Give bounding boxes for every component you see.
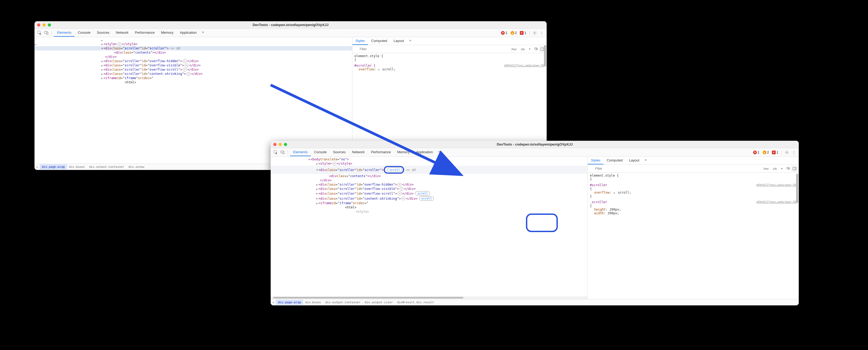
dom-line-close-div[interactable]: </div>: [34, 55, 352, 59]
ellipsis-pill-icon[interactable]: ⋯: [118, 42, 122, 46]
dom-line-body[interactable]: ▼ <body translate="no">: [271, 157, 588, 162]
new-style-plus-icon[interactable]: +: [527, 47, 532, 52]
more-side-tabs-icon[interactable]: »: [407, 37, 413, 45]
dom-line-style-inner[interactable]: <style>: [271, 209, 588, 214]
dom-line-scroller-selected[interactable]: ▼ <div class="scroller" id="scroller"> s…: [271, 166, 588, 174]
css-rule-scroller-id[interactable]: gOVpXJJ?ano…ue&view=:50 #scroller { over…: [590, 183, 797, 198]
ellipsis-pill-icon[interactable]: ⋯: [333, 162, 337, 166]
horizontal-scrollbar-thumb[interactable]: [273, 297, 463, 298]
dom-line-overflow-scroll[interactable]: ▶ <div class="scroller" id="overflow-scr…: [271, 191, 588, 196]
css-source-link[interactable]: gOVpXJJ?ano…ue&view=:50: [756, 183, 797, 187]
tab-application[interactable]: Application: [413, 148, 436, 156]
tab-performance[interactable]: Performance: [368, 148, 394, 156]
issues-badge[interactable]: ✕1: [520, 31, 526, 35]
ellipsis-pill-icon[interactable]: ⋯: [398, 192, 402, 195]
side-tab-computed[interactable]: Computed: [368, 37, 390, 45]
side-tab-styles[interactable]: Styles: [588, 157, 603, 164]
styles-rules-list[interactable]: element.style { } gOVpXJJ?noc…ue&view=:5…: [352, 53, 547, 75]
dom-line-overflow-hidden[interactable]: ▶ <div class="scroller" id="overflow-hid…: [34, 59, 352, 63]
ellipsis-pill-icon[interactable]: ⋯: [398, 183, 402, 186]
css-rule-scroller[interactable]: gOVpXJJ?noc…ue&view=:50 #scroller { over…: [354, 64, 545, 71]
side-tab-styles[interactable]: Styles: [352, 37, 368, 45]
errors-badge[interactable]: ✕1: [501, 31, 507, 35]
dom-line-style[interactable]: ▶ <style> ⋯ </style>: [271, 162, 588, 166]
css-source-link[interactable]: gOVpXJJ?ano…ue&view=:41: [756, 200, 797, 204]
device-toggle-icon[interactable]: [280, 149, 285, 155]
dom-line-html-inner[interactable]: <html>: [271, 205, 588, 209]
dom-line-scroller-selected[interactable]: ▼ <div class="scroller" id="scroller"> =…: [34, 46, 352, 51]
dom-line-contents[interactable]: <div class="contents"></div>: [271, 174, 588, 178]
breadcrumb-bar[interactable]: « div.page-wrap div.boxes div.output-con…: [271, 299, 799, 305]
ellipsis-pill-icon[interactable]: ⋯: [185, 64, 189, 67]
tab-console[interactable]: Console: [74, 29, 94, 37]
breadcrumb-item[interactable]: div.output-sizer: [363, 300, 395, 305]
dom-line-content-shrinking[interactable]: ▶ <div class="scroller" id="content-shri…: [34, 72, 352, 76]
tab-network[interactable]: Network: [349, 148, 368, 156]
settings-gear-icon[interactable]: [784, 149, 790, 155]
dom-line-close-div[interactable]: </div>: [271, 178, 588, 182]
vertical-scrollbar[interactable]: [796, 174, 798, 203]
vertical-scrollbar[interactable]: [544, 45, 546, 66]
styles-filter-input[interactable]: [589, 166, 636, 171]
breadcrumb-item[interactable]: div.page-wrap: [40, 164, 67, 169]
tab-network[interactable]: Network: [113, 29, 132, 37]
dom-line-contents[interactable]: <div class="contents"></div>: [34, 51, 352, 55]
hov-toggle[interactable]: :hov: [762, 166, 770, 171]
ellipsis-pill-icon[interactable]: ⋯: [402, 197, 405, 200]
warnings-badge[interactable]: ▲2: [510, 31, 517, 35]
breadcrumb-item[interactable]: div.outpu: [126, 164, 147, 169]
tab-sources[interactable]: Sources: [330, 148, 349, 156]
horizontal-scrollbar-track[interactable]: [271, 296, 588, 299]
titlebar[interactable]: DevTools - codepen.io/sofiayem/pen/gOVpX…: [271, 141, 799, 148]
dom-line-overflow-scroll[interactable]: ▶ <div class="scroller" id="overflow-scr…: [34, 67, 352, 72]
ellipsis-pill-icon[interactable]: ⋯: [187, 72, 190, 76]
hov-toggle[interactable]: :hov: [510, 47, 518, 52]
styles-filter-input[interactable]: [354, 47, 401, 52]
breadcrumb-item[interactable]: div.output-container: [87, 164, 126, 169]
side-tab-computed[interactable]: Computed: [603, 157, 626, 164]
paint-format-icon[interactable]: [785, 166, 791, 171]
dom-line-iframe[interactable]: ▶ <iframe id="iframe" srcdoc=": [271, 201, 588, 205]
scroll-badge[interactable]: scroll: [388, 168, 402, 172]
breadcrumb-item[interactable]: div.output-container: [323, 300, 363, 305]
side-tab-layout[interactable]: Layout: [390, 37, 407, 45]
dom-line-overflow-hidden[interactable]: ▶ <div class="scroller" id="overflow-hid…: [271, 182, 588, 187]
more-side-tabs-icon[interactable]: »: [643, 157, 649, 164]
inspect-element-icon[interactable]: [37, 30, 42, 36]
tab-sources[interactable]: Sources: [94, 29, 113, 37]
ellipsis-pill-icon[interactable]: ⋯: [183, 59, 187, 63]
paint-format-icon[interactable]: [533, 47, 539, 52]
ellipsis-pill-icon[interactable]: ⋯: [400, 187, 404, 191]
titlebar[interactable]: DevTools - codepen.io/sofiayem/pen/gOVpX…: [34, 21, 547, 29]
inspect-element-icon[interactable]: [273, 149, 279, 155]
errors-badge[interactable]: ✕1: [753, 151, 760, 154]
dom-line-truncated[interactable]: …: [34, 38, 352, 42]
ellipsis-pill-icon[interactable]: ⋯: [183, 68, 187, 71]
tab-performance[interactable]: Performance: [132, 29, 158, 37]
more-tabs-icon[interactable]: »: [200, 29, 206, 37]
dom-line-iframe[interactable]: ▶ <iframe id="iframe" srcdoc=": [34, 76, 352, 80]
tab-memory[interactable]: Memory: [158, 29, 177, 37]
dom-line-overflow-visible[interactable]: ▶ <div class="scroller" id="overflow-vis…: [271, 187, 588, 191]
tab-elements[interactable]: Elements: [290, 148, 311, 156]
breadcrumb-item[interactable]: div.page-wrap: [276, 300, 303, 305]
tab-console[interactable]: Console: [311, 148, 330, 156]
dom-line-html-inner[interactable]: <html>: [34, 80, 352, 84]
css-rule-scroller-class[interactable]: gOVpXJJ?ano…ue&view=:41 .scroller { heig…: [590, 200, 797, 215]
tab-application[interactable]: Application: [177, 29, 200, 37]
device-toggle-icon[interactable]: [43, 30, 49, 36]
more-actions-icon[interactable]: ⋮: [791, 149, 797, 155]
elements-tree-pane[interactable]: ▼ <body translate="no"> ▶ <style> ⋯ </st…: [271, 157, 588, 299]
scroll-badge[interactable]: scroll: [419, 196, 434, 201]
more-tabs-icon[interactable]: »: [436, 148, 442, 156]
dom-line-overflow-visible[interactable]: ▶ <div class="scroller" id="overflow-vis…: [34, 63, 352, 67]
css-rule-element-style[interactable]: element.style { }: [354, 54, 545, 62]
settings-gear-icon[interactable]: [532, 30, 538, 36]
scroll-badge[interactable]: scroll: [415, 191, 430, 196]
gutter-ellipsis-icon[interactable]: ⋯: [34, 42, 37, 47]
css-source-link[interactable]: gOVpXJJ?noc…ue&view=:50: [504, 64, 545, 67]
breadcrumb-chevron-left-icon[interactable]: «: [271, 301, 276, 304]
dom-line-content-shrinking[interactable]: ▶ <div class="scroller" id="content-shri…: [271, 196, 588, 201]
breadcrumb-item[interactable]: div#result_div.result: [395, 300, 436, 305]
issues-badge[interactable]: ✕1: [772, 151, 778, 154]
